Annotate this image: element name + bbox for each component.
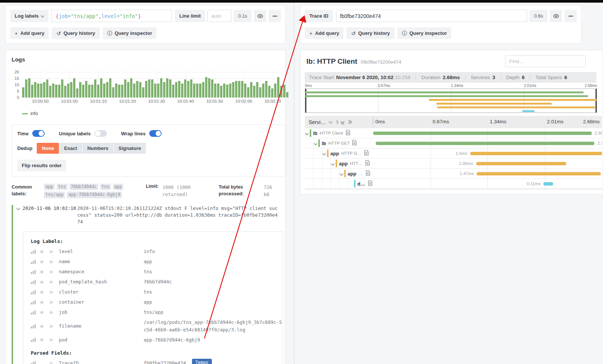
query-token-punc: } [138, 13, 141, 19]
remove-query-button[interactable] [268, 10, 281, 22]
chevron-down-icon[interactable] [331, 162, 335, 165]
line-limit-input[interactable]: auto [207, 10, 231, 22]
tree-indent-guide [314, 148, 322, 158]
tempo-link-badge[interactable]: Tempo [192, 359, 212, 364]
query-history-button[interactable]: ↺ Query history [346, 27, 394, 39]
dedup-option-signature[interactable]: Signature [114, 143, 146, 154]
span-logs-icon-button[interactable] [352, 140, 357, 147]
span-logs-icon-button[interactable] [365, 160, 370, 167]
filter-out-value-button[interactable]: ⊖ [50, 289, 59, 295]
pane-split-divider[interactable] [294, 3, 294, 364]
span-row[interactable]: lbHTTP GET2.59ms [305, 138, 602, 148]
dedup-option-numbers[interactable]: Numbers [82, 143, 113, 154]
span-row[interactable]: d…0.11ms [305, 179, 602, 189]
query-inspector-label: Query inspector [115, 30, 152, 36]
filter-for-value-button[interactable]: ⊕ [40, 269, 50, 275]
span-logs-icon-button[interactable] [346, 130, 350, 137]
span-duration-bar[interactable] [376, 142, 594, 145]
filter-out-value-button[interactable]: ⊖ [50, 323, 59, 329]
query-history-button[interactable]: ↺ Query history [52, 27, 99, 39]
filter-out-value-button[interactable]: ⊖ [50, 279, 59, 285]
minus-icon [568, 16, 573, 16]
parsed-fields-header: Parsed Fields: [23, 349, 283, 358]
dedup-option-none[interactable]: None [37, 143, 59, 154]
service-operation-column-header[interactable]: Servi… [305, 116, 373, 128]
unique-labels-toggle[interactable] [94, 130, 107, 137]
filter-for-value-button[interactable]: ⊕ [40, 337, 50, 343]
span-duration-bar[interactable] [477, 172, 601, 175]
filter-for-value-button[interactable]: ⊕ [40, 249, 50, 255]
stats-icon-button[interactable] [31, 259, 40, 264]
span-row[interactable]: appHTT…1.06ms [305, 159, 602, 169]
filter-for-value-button[interactable]: ⊕ [40, 279, 50, 285]
stats-icon-button[interactable] [31, 249, 40, 254]
span-logs-icon-button[interactable] [366, 170, 370, 177]
span-duration-bar[interactable] [470, 152, 602, 155]
wrap-lines-toggle[interactable] [149, 130, 162, 137]
stats-icon-button[interactable] [31, 300, 40, 304]
chevron-down-icon[interactable] [340, 172, 344, 175]
filter-for-value-button[interactable]: ⊕ [40, 299, 50, 305]
log-labels-dropdown[interactable]: Log labels [10, 10, 48, 22]
disable-query-button[interactable] [550, 10, 562, 22]
stats-icon-button[interactable] [31, 270, 40, 274]
time-toggle[interactable] [32, 130, 45, 137]
filter-out-value-button[interactable]: ⊖ [50, 299, 59, 305]
span-duration-bar[interactable] [373, 132, 592, 135]
add-query-button[interactable]: + Add query [305, 27, 344, 39]
window-top-strip [0, 0, 603, 3]
stats-icon-button[interactable] [31, 337, 40, 342]
filter-for-value-button[interactable]: ⊕ [40, 323, 50, 329]
stats-icon-button[interactable] [31, 310, 40, 315]
add-query-button[interactable]: + Add query [10, 27, 49, 39]
stats-icon-button[interactable] [31, 290, 40, 294]
remove-query-button[interactable] [564, 10, 577, 22]
span-row[interactable]: appHTTP G…1.6ms [305, 148, 602, 159]
legend-series-label[interactable]: info [30, 111, 38, 116]
chevron-down-icon[interactable] [305, 131, 309, 135]
unique-labels-toggle-label: Unique labels [59, 131, 91, 136]
field-row: ◎TraceIDfb0fbe73200e474Tempo [23, 358, 283, 364]
trace-id-label: Trace ID [305, 10, 333, 22]
minimap-canvas[interactable] [305, 88, 597, 113]
chevron-down-icon[interactable] [314, 141, 318, 145]
stats-icon-button[interactable] [31, 280, 40, 284]
show-field-button[interactable]: ◎ [50, 360, 59, 364]
span-operation-name: … [358, 171, 363, 176]
span-logs-icon-button[interactable] [364, 150, 369, 157]
filter-out-value-button[interactable]: ⊖ [50, 337, 59, 343]
query-inspector-button[interactable]: i Query inspector [103, 27, 157, 39]
x-tick-label: 10:01:10 [90, 99, 107, 103]
trace-find-input[interactable]: Find... [505, 55, 586, 67]
stats-icon-button[interactable] [31, 324, 40, 328]
filter-out-value-button[interactable]: ⊖ [50, 259, 59, 265]
chevron-down-icon[interactable] [329, 121, 332, 123]
chevron-down-icon[interactable] [322, 151, 326, 155]
span-duration-bar[interactable] [476, 162, 567, 165]
histogram-bar [67, 84, 69, 97]
log-line[interactable]: 2020-11-06 10:02:10 2020-11-06T15:02:10.… [17, 205, 280, 225]
chevron-right-icon[interactable] [335, 121, 338, 123]
span-duration-bar[interactable] [543, 182, 553, 186]
disable-query-button[interactable] [254, 10, 266, 22]
filter-for-value-button[interactable]: ⊕ [40, 309, 50, 315]
collapse-all-icon[interactable] [341, 120, 344, 124]
span-row[interactable]: lbHTTP Client2.56ms [305, 128, 602, 138]
filter-for-value-button[interactable]: ⊕ [40, 289, 50, 295]
trace-id-input[interactable]: fb0fbe73200e474 [336, 10, 528, 22]
filter-out-value-button[interactable]: ⊖ [50, 249, 59, 255]
time-toggle-group: Time [17, 130, 45, 137]
span-row[interactable]: app…1.47ms [305, 169, 602, 179]
span-logs-icon-button[interactable] [368, 180, 372, 187]
stats-icon-button[interactable] [31, 361, 40, 364]
query-inspector-button[interactable]: i Query inspector [398, 27, 452, 39]
dedup-option-exact[interactable]: Exact [59, 143, 82, 154]
filter-for-value-button[interactable]: ⊕ [40, 259, 50, 265]
x-tick-label: 10:02:10 [264, 99, 281, 103]
filter-out-value-button[interactable]: ⊖ [50, 309, 59, 315]
loki-query-input[interactable]: {job="tns/app", level="info"} [51, 10, 172, 22]
filter-out-value-button[interactable]: ⊖ [50, 269, 59, 275]
flip-results-order-button[interactable]: Flip results order [17, 160, 66, 171]
expand-all-icon[interactable] [347, 121, 351, 123]
histogram-legend: info [22, 111, 280, 116]
